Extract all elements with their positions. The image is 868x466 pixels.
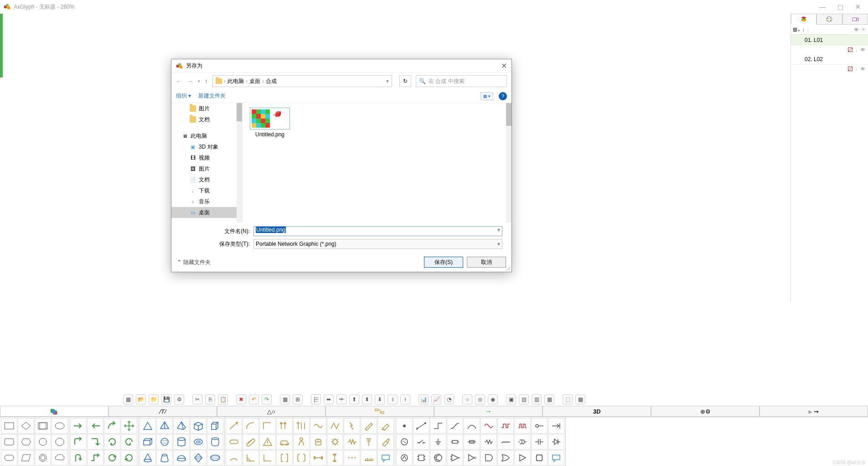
grid2-button[interactable]: ⊞ [293,394,303,404]
layer-flag-icon[interactable] [848,47,852,52]
shape-octagon[interactable] [52,434,68,450]
shape-hexagon[interactable] [18,434,34,450]
align-left-button[interactable]: ⬱ [311,394,321,404]
arrow-rotate-ccw[interactable] [121,434,137,450]
shape-frustum[interactable] [156,450,173,466]
nav-forward-button[interactable]: → [187,78,193,85]
breadcrumb-item[interactable]: 桌面 [249,78,260,85]
connector-bolt[interactable] [344,418,360,434]
layer3-button[interactable]: ▥ [532,394,542,404]
breadcrumb-dropdown[interactable]: ▾ [386,78,389,84]
search-input[interactable]: 🔍 在 合成 中搜索 [416,75,507,87]
connector-line-arrow[interactable] [226,418,242,434]
breadcrumb[interactable]: › 此电脑 › 桌面 › 合成 ▾ [212,75,392,87]
visibility-off-icon[interactable]: 👁 [861,26,866,33]
shape-bicone[interactable] [190,450,207,466]
tab-3d[interactable]: 3D [542,406,651,417]
circuit-resistor-zz[interactable] [480,434,497,450]
dialog-close-button[interactable]: ✕ [501,62,507,70]
layer-flag-icon[interactable] [848,67,852,71]
camera-tab[interactable] [842,14,868,25]
nav-up-button[interactable]: ↑ [205,78,208,85]
shape-torus[interactable] [190,434,207,450]
folder-tree[interactable]: 图片 文档 🖥此电脑 ▣3D 对象 🎞视频 🖼图片 📄文档 ↓下载 ♪音乐 ▭桌… [171,103,243,223]
layer2-button[interactable]: ▤ [519,394,529,404]
export-button[interactable]: ⬚ [563,394,573,404]
shape-parallelogram[interactable] [18,450,34,466]
align-center-button[interactable]: ⬌ [324,394,334,404]
shape-barrel[interactable] [207,434,223,450]
circuit-arrow-in[interactable] [548,418,564,434]
shape-bracket[interactable] [276,450,293,466]
tree-scrollbar[interactable] [237,103,242,223]
shape-dimension-v[interactable] [327,450,343,466]
arrow-4way[interactable] [121,418,137,434]
layer-item[interactable]: 02. L02 [791,54,868,65]
files-scrollbar[interactable] [506,103,512,223]
tree-item-pictures[interactable]: 图片 [171,103,242,114]
target-button[interactable]: ◉ [488,394,498,404]
cut-button[interactable]: ✂ [192,394,202,404]
save-button[interactable]: 保存(S) [424,257,463,268]
shape-diamond[interactable] [18,418,34,434]
connector-zigzag[interactable] [327,418,343,434]
nav-back-button[interactable]: ← [176,78,182,85]
arrow-uturn[interactable] [70,450,87,466]
shape-cuboid[interactable] [140,434,156,450]
tree-item-desktop[interactable]: ▭桌面 [171,207,242,218]
shape-hemisphere[interactable] [173,450,190,466]
filename-input[interactable]: Untitled.png▾ [253,226,502,236]
shape-cone[interactable] [140,450,156,466]
shape-arc[interactable] [226,450,242,466]
connector-double-arrow[interactable] [276,418,293,434]
tab-mechanical[interactable]: ⊕⚙ [651,406,760,417]
tab-flowchart[interactable] [326,406,434,417]
layer4-button[interactable]: ▦ [544,394,554,404]
file-item[interactable]: Untitled.png [247,108,293,138]
shape-speech[interactable] [377,450,394,466]
shape-stadium[interactable] [1,450,17,466]
circuit-inductor[interactable] [497,434,514,450]
tree-item-documents2[interactable]: 📄文档 [171,174,242,185]
chart-button[interactable]: 📊 [418,394,429,404]
close-button[interactable]: ✕ [855,3,861,10]
tab-shapes[interactable] [0,406,108,417]
circle2-button[interactable]: ◎ [475,394,485,404]
visibility-icon[interactable] [854,26,859,33]
open-button[interactable]: 📂 [136,394,146,404]
layer-item[interactable]: 01. L01 [791,35,868,46]
shape-person[interactable] [293,434,310,450]
circuit-sine[interactable] [480,418,497,434]
circuit-diode[interactable] [548,434,564,450]
nav-recent-button[interactable]: ▾ [198,79,200,83]
shape-pill[interactable] [226,434,242,450]
add-layer-button[interactable]: ⊞₊ [793,26,800,33]
shape-cube[interactable] [207,418,223,434]
shape-pyramid[interactable] [173,418,190,434]
circuit-chip[interactable] [531,450,548,466]
circuit-coil[interactable] [514,434,531,450]
layer-down-icon[interactable]: ↓ [855,66,858,72]
shape-screw[interactable] [361,434,377,450]
circuit-terminal[interactable] [531,418,548,434]
connector-multi[interactable] [293,418,310,434]
copy-button[interactable]: ⎘ [205,394,215,404]
circuit-buffer[interactable] [514,450,531,466]
layer-eye-icon[interactable] [860,66,865,72]
align-top-button[interactable]: ⬆ [349,394,359,404]
breadcrumb-item[interactable]: 此电脑 [227,78,244,85]
shape-dash[interactable] [344,450,360,466]
circuit-resistor-box[interactable] [447,434,463,450]
cancel-button[interactable]: 取消 [467,257,506,268]
paste-button[interactable]: 📋 [218,394,228,404]
circuit-ic[interactable] [413,450,429,466]
align-bottom-button[interactable]: ⬇ [375,394,385,404]
distribute-h-button[interactable]: ⫴ [388,394,398,404]
arrow-left[interactable] [87,418,103,434]
circuit-square-wave[interactable] [514,418,531,434]
circuit-opamp[interactable] [447,450,463,466]
arrow-curve-right[interactable] [104,418,120,434]
shape-corner[interactable] [259,450,276,466]
circuit-or-gate[interactable] [497,450,514,466]
circuit-and-gate[interactable] [480,450,497,466]
